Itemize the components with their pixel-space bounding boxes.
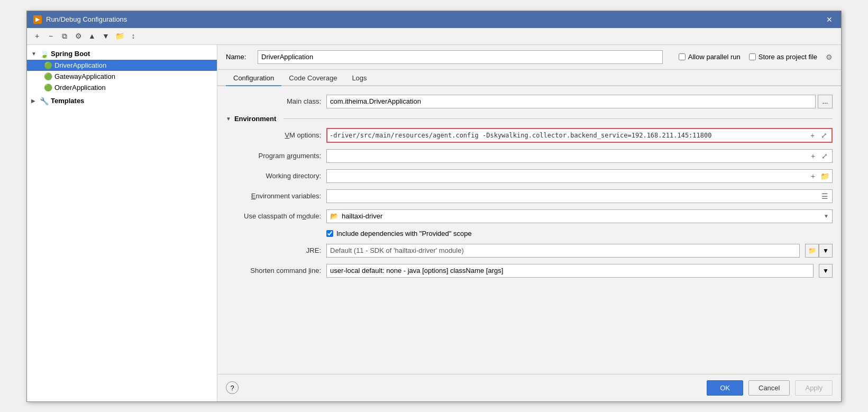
add-button[interactable]: + (31, 30, 43, 42)
environment-section-header: ▼ Environment (226, 115, 833, 123)
templates-group: ▶ 🔧 Templates (27, 94, 217, 108)
jre-browse-button[interactable]: 📁 (805, 244, 819, 258)
tab-configuration[interactable]: Configuration (226, 70, 281, 86)
app-icon-gateway: 🟢 (44, 72, 52, 80)
down-button[interactable]: ▼ (100, 30, 112, 42)
name-label: Name: (226, 53, 252, 61)
working-dir-browse-button[interactable]: 📁 (819, 171, 830, 181)
remove-button[interactable]: − (45, 30, 57, 42)
main-class-input[interactable] (326, 95, 816, 108)
classpath-dropdown-arrow[interactable]: ▼ (824, 213, 829, 219)
expand-icon: ▼ (31, 51, 38, 57)
environment-expand-icon[interactable]: ▼ (226, 116, 231, 122)
include-deps-checkbox[interactable] (326, 230, 333, 237)
main-class-browse-button[interactable]: ... (818, 95, 833, 108)
apply-button[interactable]: Apply (795, 380, 833, 396)
shorten-value: user-local default: none - java [options… (330, 267, 810, 274)
classpath-label: Use classpath of module: (226, 212, 321, 220)
env-vars-icons: ☰ (819, 191, 830, 202)
allow-parallel-checkbox[interactable] (679, 53, 686, 60)
jre-row: JRE: Default (11 - SDK of 'hailtaxi-driv… (226, 244, 833, 258)
templates-icon: 🔧 (40, 97, 49, 105)
env-vars-input[interactable] (329, 192, 819, 200)
program-args-add-button[interactable]: + (808, 151, 818, 161)
name-input[interactable] (258, 50, 663, 64)
footer-left: ? (226, 381, 239, 394)
item-label-gateway: GatewayApplication (54, 72, 115, 80)
app-icon-driver: 🟢 (44, 61, 52, 69)
body: ▼ 🍃 Spring Boot 🟢 DriverApplication 🟢 Ga… (27, 45, 841, 401)
module-icon: 📂 (330, 212, 339, 220)
program-args-expand-button[interactable]: ⤢ (819, 151, 830, 161)
include-deps-label: Include dependencies with "Provided" sco… (336, 230, 472, 237)
env-vars-label: Environment variables: (226, 192, 321, 200)
jre-label: JRE: (226, 246, 321, 254)
spring-boot-group: ▼ 🍃 Spring Boot 🟢 DriverApplication 🟢 Ga… (27, 47, 217, 94)
tabs: Configuration Code Coverage Logs (217, 70, 841, 86)
allow-parallel-label: Allow parallel run (688, 53, 741, 61)
jre-input-wrap: Default (11 - SDK of 'hailtaxi-driver' m… (326, 244, 800, 258)
store-project-label: Store as project file (759, 53, 817, 61)
spring-boot-group-header[interactable]: ▼ 🍃 Spring Boot (27, 48, 217, 60)
templates-expand-icon: ▶ (31, 98, 38, 104)
vm-options-input[interactable] (330, 132, 805, 139)
store-project-checkbox[interactable] (749, 53, 756, 60)
shorten-row: Shorten command line: user-local default… (226, 264, 833, 278)
up-button[interactable]: ▲ (86, 30, 98, 42)
sort-button[interactable]: ↕ (127, 30, 139, 42)
program-args-input[interactable] (329, 152, 808, 160)
shorten-dropdown-button[interactable]: ▼ (819, 264, 833, 278)
cancel-button[interactable]: Cancel (748, 380, 790, 396)
copy-button[interactable]: ⧉ (59, 30, 70, 42)
templates-label: Templates (51, 97, 84, 105)
app-icon-order: 🟢 (44, 84, 52, 91)
jre-dropdown-button[interactable]: ▼ (819, 244, 833, 258)
spring-boot-label: Spring Boot (51, 50, 90, 58)
environment-section-title: Environment (234, 115, 276, 123)
run-debug-dialog: ▶ Run/Debug Configurations ✕ + − ⧉ ⚙ ▲ ▼… (26, 11, 842, 402)
classpath-select-wrap[interactable]: 📂 hailtaxi-driver ▼ (326, 209, 833, 223)
spring-boot-icon: 🍃 (40, 50, 49, 58)
item-label-driver: DriverApplication (54, 61, 106, 69)
title-bar-left: ▶ Run/Debug Configurations (33, 15, 127, 24)
working-dir-input[interactable] (329, 172, 808, 180)
vm-options-expand-button[interactable]: ⤢ (819, 130, 829, 141)
vm-options-row: VM options: + ⤢ (226, 128, 833, 143)
vm-options-label: VM options: (226, 131, 321, 139)
folder-button[interactable]: 📁 (114, 30, 125, 42)
sidebar-item-order[interactable]: 🟢 OrderApplication (27, 82, 217, 93)
env-vars-edit-button[interactable]: ☰ (819, 191, 830, 202)
tab-code-coverage[interactable]: Code Coverage (281, 70, 344, 86)
working-dir-icons: + 📁 (808, 171, 830, 181)
footer: ? OK Cancel Apply (217, 374, 841, 401)
working-dir-row: Working directory: + 📁 (226, 169, 833, 183)
footer-right: OK Cancel Apply (707, 380, 833, 396)
help-button[interactable]: ? (226, 381, 239, 394)
dialog-title: Run/Debug Configurations (46, 15, 127, 23)
name-row: Name: Allow parallel run Store as projec… (217, 45, 841, 70)
toolbar: + − ⧉ ⚙ ▲ ▼ 📁 ↕ (27, 28, 841, 45)
store-gear-icon[interactable]: ⚙ (826, 53, 833, 61)
jre-buttons: 📁 ▼ (805, 244, 833, 258)
shorten-input-wrap[interactable]: user-local default: none - java [options… (326, 264, 814, 278)
tab-logs[interactable]: Logs (344, 70, 374, 86)
program-args-row: Program arguments: + ⤢ (226, 149, 833, 163)
working-dir-add-button[interactable]: + (808, 171, 818, 181)
jre-value: Default (11 - SDK of 'hailtaxi-driver' m… (330, 246, 796, 254)
main-class-row: Main class: ... (226, 95, 833, 108)
env-vars-row: Environment variables: ☰ (226, 189, 833, 203)
main-class-input-group: ... (326, 95, 833, 108)
classpath-row: Use classpath of module: 📂 hailtaxi-driv… (226, 209, 833, 223)
sidebar-item-gateway[interactable]: 🟢 GatewayApplication (27, 71, 217, 82)
close-button[interactable]: ✕ (824, 14, 835, 25)
title-bar: ▶ Run/Debug Configurations ✕ (27, 11, 841, 28)
options-right: Allow parallel run Store as project file… (679, 53, 833, 61)
settings-button[interactable]: ⚙ (72, 30, 84, 42)
vm-options-add-button[interactable]: + (807, 130, 818, 141)
sidebar-item-driver[interactable]: 🟢 DriverApplication (27, 60, 217, 71)
section-divider (284, 118, 833, 119)
ok-button[interactable]: OK (707, 380, 743, 396)
templates-group-header[interactable]: ▶ 🔧 Templates (27, 95, 217, 107)
store-project-group: Store as project file (749, 53, 817, 61)
program-args-input-wrap: + ⤢ (326, 149, 833, 163)
